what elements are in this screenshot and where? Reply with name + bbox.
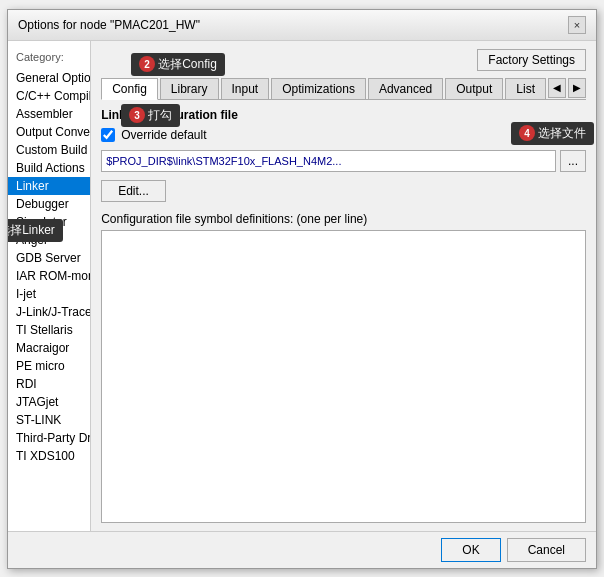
sidebar-item-pe-micro[interactable]: PE micro <box>8 357 90 375</box>
tab-advanced[interactable]: Advanced <box>368 78 443 99</box>
sidebar-item-ti-stellaris[interactable]: TI Stellaris <box>8 321 90 339</box>
sidebar-item-ti-xds100[interactable]: TI XDS100 <box>8 447 90 465</box>
sidebar-item-assembler[interactable]: Assembler <box>8 105 90 123</box>
dialog-title: Options for node "PMAC201_HW" <box>18 18 200 32</box>
override-wrapper: 3打勾 Override default <box>101 128 586 150</box>
tabs-row: ConfigLibraryInputOptimizationsAdvancedO… <box>101 77 586 100</box>
tab-input[interactable]: Input <box>221 78 270 99</box>
main-content: 1选择Linker Factory Settings 2选择Config Con… <box>91 41 596 531</box>
sidebar-item-third-party-driver[interactable]: Third-Party Driver <box>8 429 90 447</box>
sidebar-item-iar-rom-monitor[interactable]: IAR ROM-monitor <box>8 267 90 285</box>
sidebar-item-linker[interactable]: Linker <box>8 177 90 195</box>
edit-button[interactable]: Edit... <box>101 180 166 202</box>
tab-config[interactable]: Config <box>101 78 158 100</box>
override-row: Override default <box>101 128 586 142</box>
dialog-footer: OK Cancel <box>8 531 596 568</box>
sidebar-item-jtagjet[interactable]: JTAGjet <box>8 393 90 411</box>
tab-list[interactable]: List <box>505 78 546 99</box>
title-bar: Options for node "PMAC201_HW" × <box>8 10 596 41</box>
dialog-body: Category: General OptionsC/C++ CompilerA… <box>8 41 596 531</box>
browse-button[interactable]: ... <box>560 150 586 172</box>
sidebar-item-general-options[interactable]: General Options <box>8 69 90 87</box>
sidebar-item-output-converter[interactable]: Output Converter <box>8 123 90 141</box>
main-dialog: Options for node "PMAC201_HW" × Category… <box>7 9 597 569</box>
override-checkbox[interactable] <box>101 128 115 142</box>
linker-section: Linker configuration file 3打勾 Override d… <box>101 108 586 523</box>
config-def-textarea[interactable] <box>101 230 586 523</box>
section-title: Linker configuration file <box>101 108 586 122</box>
sidebar-item-gdb-server[interactable]: GDB Server <box>8 249 90 267</box>
sidebar-item-custom-build[interactable]: Custom Build <box>8 141 90 159</box>
tab-output[interactable]: Output <box>445 78 503 99</box>
sidebar-item-i-jet[interactable]: I-jet <box>8 285 90 303</box>
tab-scroll-arrows: ◀ ▶ <box>548 78 586 98</box>
sidebar-item-st-link[interactable]: ST-LINK <box>8 411 90 429</box>
sidebar-item-build-actions[interactable]: Build Actions <box>8 159 90 177</box>
sidebar: Category: General OptionsC/C++ CompilerA… <box>8 41 91 531</box>
factory-settings-button[interactable]: Factory Settings <box>477 49 586 71</box>
tab-arrow-right[interactable]: ▶ <box>568 78 586 98</box>
sidebar-item-simulator[interactable]: Simulator <box>8 213 90 231</box>
sidebar-item-c-c-compiler[interactable]: C/C++ Compiler <box>8 87 90 105</box>
sidebar-item-angel[interactable]: Angel <box>8 231 90 249</box>
file-path-input[interactable] <box>101 150 556 172</box>
close-button[interactable]: × <box>568 16 586 34</box>
factory-settings-row: Factory Settings <box>101 49 586 71</box>
sidebar-item-rdi[interactable]: RDI <box>8 375 90 393</box>
tab-optimizations[interactable]: Optimizations <box>271 78 366 99</box>
ok-button[interactable]: OK <box>441 538 500 562</box>
edit-button-row: Edit... <box>101 180 586 212</box>
file-input-row: 4选择文件 ... <box>101 150 586 172</box>
config-def-label: Configuration file symbol definitions: (… <box>101 212 586 226</box>
sidebar-item-macraigor[interactable]: Macraigor <box>8 339 90 357</box>
tab-library[interactable]: Library <box>160 78 219 99</box>
sidebar-item-debugger[interactable]: Debugger <box>8 195 90 213</box>
override-label: Override default <box>121 128 206 142</box>
tab-arrow-left[interactable]: ◀ <box>548 78 566 98</box>
sidebar-item-j-link-j-trace[interactable]: J-Link/J-Trace <box>8 303 90 321</box>
cancel-button[interactable]: Cancel <box>507 538 586 562</box>
category-label: Category: <box>8 49 90 69</box>
